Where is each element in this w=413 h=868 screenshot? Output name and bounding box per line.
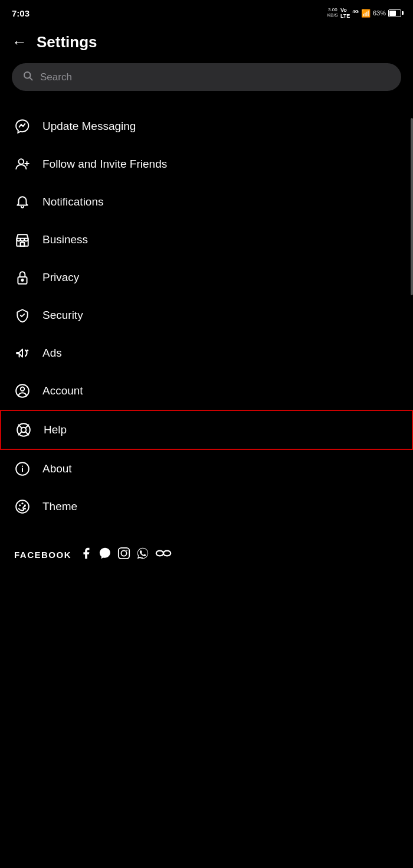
shield-icon bbox=[14, 307, 31, 324]
status-icons: 3.00 KB/S VoLTE 4G 📶 63% bbox=[327, 7, 401, 19]
footer-icons bbox=[80, 547, 172, 563]
meta-footer-icon bbox=[155, 547, 172, 563]
settings-list: Update Messaging Follow and Invite Frien… bbox=[0, 103, 413, 530]
svg-point-24 bbox=[16, 500, 29, 513]
svg-point-25 bbox=[19, 504, 21, 506]
facebook-footer-icon bbox=[80, 547, 93, 563]
search-bar[interactable]: Search bbox=[12, 63, 401, 91]
svg-point-10 bbox=[21, 279, 23, 281]
menu-item-account[interactable]: Account bbox=[0, 372, 413, 410]
back-button[interactable]: ← bbox=[12, 33, 27, 51]
menu-item-business[interactable]: Business bbox=[0, 221, 413, 259]
menu-label-account: Account bbox=[42, 384, 83, 397]
menu-item-ads[interactable]: Ads bbox=[0, 334, 413, 372]
instagram-footer-icon bbox=[117, 547, 130, 563]
lifebuoy-icon bbox=[15, 422, 32, 438]
palette-icon bbox=[14, 498, 31, 515]
messenger-footer-icon bbox=[99, 547, 112, 563]
menu-label-security: Security bbox=[42, 309, 83, 322]
signal-bars: 📶 bbox=[361, 9, 371, 18]
menu-item-help[interactable]: Help bbox=[0, 410, 413, 450]
header: ← Settings bbox=[0, 24, 413, 63]
menu-label-follow-invite: Follow and Invite Friends bbox=[42, 158, 167, 171]
lock-icon bbox=[14, 269, 31, 286]
network-type: 4G bbox=[352, 9, 359, 17]
menu-item-update-messaging[interactable]: Update Messaging bbox=[0, 107, 413, 145]
megaphone-icon bbox=[14, 345, 31, 361]
svg-point-28 bbox=[24, 508, 26, 510]
add-person-icon bbox=[14, 156, 31, 172]
menu-item-theme[interactable]: Theme bbox=[0, 488, 413, 526]
menu-label-update-messaging: Update Messaging bbox=[42, 120, 136, 133]
search-container: Search bbox=[0, 63, 413, 103]
svg-point-26 bbox=[21, 502, 23, 504]
footer-brand: FACEBOOK bbox=[14, 550, 71, 560]
search-placeholder: Search bbox=[40, 71, 72, 83]
bell-icon bbox=[14, 194, 31, 210]
menu-label-notifications: Notifications bbox=[42, 195, 104, 208]
svg-point-31 bbox=[126, 550, 127, 551]
menu-label-help: Help bbox=[44, 423, 67, 436]
menu-label-theme: Theme bbox=[42, 500, 77, 513]
whatsapp-footer-icon bbox=[136, 547, 149, 563]
svg-point-14 bbox=[21, 387, 25, 391]
footer: FACEBOOK bbox=[0, 530, 413, 580]
svg-rect-8 bbox=[21, 242, 25, 246]
menu-label-about: About bbox=[42, 462, 72, 475]
person-circle-icon bbox=[14, 383, 31, 399]
status-time: 7:03 bbox=[12, 8, 30, 18]
status-bar: 7:03 3.00 KB/S VoLTE 4G 📶 63% bbox=[0, 0, 413, 24]
svg-point-33 bbox=[163, 551, 171, 556]
svg-rect-29 bbox=[119, 548, 129, 559]
messenger-icon bbox=[14, 118, 31, 135]
menu-label-ads: Ads bbox=[42, 347, 62, 360]
search-icon bbox=[22, 70, 33, 84]
info-circle-icon bbox=[14, 461, 31, 477]
page-title: Settings bbox=[37, 33, 97, 51]
menu-item-follow-invite[interactable]: Follow and Invite Friends bbox=[0, 145, 413, 183]
menu-item-about[interactable]: About bbox=[0, 450, 413, 488]
battery-percent: 63% bbox=[373, 9, 386, 17]
menu-item-notifications[interactable]: Notifications bbox=[0, 183, 413, 221]
svg-point-30 bbox=[121, 550, 126, 556]
svg-point-2 bbox=[19, 159, 24, 164]
menu-label-business: Business bbox=[42, 233, 88, 246]
svg-point-16 bbox=[21, 428, 27, 433]
menu-item-privacy[interactable]: Privacy bbox=[0, 259, 413, 296]
svg-point-32 bbox=[156, 551, 163, 556]
menu-label-privacy: Privacy bbox=[42, 271, 79, 284]
svg-point-27 bbox=[24, 504, 26, 506]
battery-icon bbox=[388, 9, 401, 17]
data-speed: 3.00 KB/S bbox=[327, 8, 338, 18]
svg-line-1 bbox=[30, 77, 32, 80]
svg-point-23 bbox=[22, 466, 22, 466]
menu-item-security[interactable]: Security bbox=[0, 296, 413, 334]
svg-point-12 bbox=[27, 350, 28, 351]
volte-indicator: VoLTE bbox=[340, 7, 350, 19]
shop-icon bbox=[14, 231, 31, 248]
